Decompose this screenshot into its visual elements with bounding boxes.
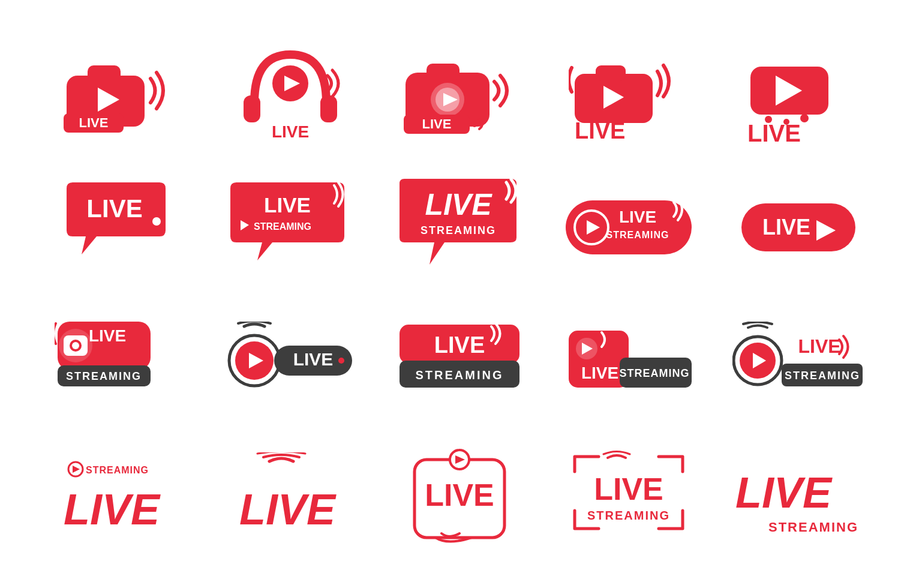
svg-point-56 (338, 358, 344, 364)
svg-text:LIVE: LIVE (87, 194, 143, 223)
svg-text:LIVE: LIVE (594, 472, 664, 506)
svg-text:STREAMING: STREAMING (587, 509, 670, 522)
badge-17: LIVE (217, 437, 362, 553)
svg-text:LIVE: LIVE (79, 115, 109, 130)
svg-text:STREAMING: STREAMING (415, 368, 503, 382)
svg-text:LIVE: LIVE (271, 122, 308, 141)
badge-13: LIVE STREAMING (387, 303, 532, 419)
svg-text:STREAMING: STREAMING (421, 224, 496, 236)
svg-text:LIVE: LIVE (735, 469, 833, 517)
badge-4: LIVE (556, 36, 701, 152)
svg-text:LIVE: LIVE (239, 485, 337, 533)
badge-8: LIVE STREAMING (387, 170, 532, 286)
badge-12: LIVE (217, 303, 362, 419)
svg-point-25 (800, 114, 809, 122)
svg-text:STREAMING: STREAMING (606, 230, 669, 240)
svg-text:LIVE: LIVE (264, 193, 311, 217)
svg-rect-5 (244, 95, 260, 122)
badge-19: LIVE STREAMING (556, 437, 701, 553)
svg-point-17 (471, 121, 477, 127)
svg-text:STREAMING: STREAMING (785, 370, 860, 382)
svg-text:STREAMING: STREAMING (768, 520, 858, 535)
badge-16: STREAMING LIVE (48, 437, 193, 553)
svg-rect-19 (596, 65, 626, 81)
svg-text:LIVE: LIVE (64, 485, 161, 533)
svg-text:LIVE: LIVE (293, 349, 333, 369)
svg-text:LIVE: LIVE (425, 478, 494, 512)
badge-15: LIVE STREAMING (726, 303, 871, 419)
badge-3: LIVE (387, 36, 532, 152)
badge-14: LIVE STREAMING (556, 303, 701, 419)
svg-rect-11 (427, 64, 460, 80)
svg-marker-74 (73, 466, 80, 473)
svg-rect-6 (320, 95, 337, 122)
svg-text:STREAMING: STREAMING (86, 465, 149, 475)
badge-11: LIVE STREAMING (48, 303, 193, 419)
svg-text:LIVE: LIVE (747, 120, 801, 145)
svg-rect-1 (88, 65, 121, 83)
badge-5: LIVE (726, 36, 871, 152)
svg-text:LIVE: LIVE (89, 326, 126, 345)
svg-text:LIVE: LIVE (434, 332, 485, 358)
badge-9: LIVE STREAMING (556, 170, 701, 286)
badge-10: LIVE (726, 170, 871, 286)
badge-20: LIVE STREAMING (726, 437, 871, 553)
badge-grid: LIVE LIVE (0, 0, 919, 588)
badge-6: LIVE (48, 170, 193, 286)
svg-text:LIVE: LIVE (422, 116, 452, 131)
svg-text:LIVE: LIVE (798, 335, 840, 357)
svg-text:LIVE: LIVE (619, 208, 656, 226)
svg-text:LIVE: LIVE (762, 215, 810, 239)
badge-7: LIVE STREAMING (217, 170, 362, 286)
svg-text:LIVE: LIVE (581, 364, 618, 382)
badge-1: LIVE (48, 36, 193, 152)
badge-18: LIVE (387, 437, 532, 553)
svg-text:LIVE: LIVE (575, 118, 625, 143)
svg-text:STREAMING: STREAMING (620, 367, 690, 379)
svg-text:LIVE: LIVE (425, 188, 492, 221)
svg-point-47 (72, 342, 79, 349)
svg-point-29 (152, 217, 161, 226)
svg-text:STREAMING: STREAMING (66, 370, 142, 382)
badge-2: LIVE (217, 36, 362, 152)
svg-text:STREAMING: STREAMING (254, 221, 311, 232)
